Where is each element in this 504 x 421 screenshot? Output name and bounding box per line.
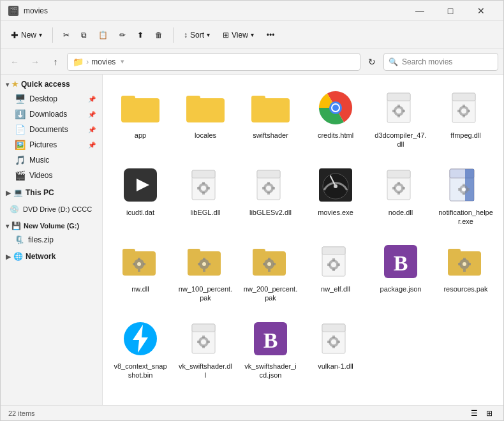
- list-item[interactable]: B package.json: [371, 236, 431, 308]
- svg-point-85: [267, 262, 271, 266]
- svg-rect-95: [332, 269, 335, 271]
- new-volume-header[interactable]: ▾ 💾 New Volume (G:): [1, 219, 102, 233]
- forward-button[interactable]: →: [26, 53, 44, 71]
- file-explorer-window: 🎬 movies — □ ✕ ✚ New ▾ ✂ ⧉ 📋 ✏: [0, 0, 504, 421]
- svg-rect-44: [272, 187, 275, 189]
- list-item[interactable]: vulkan-1.dll: [306, 313, 366, 385]
- list-item[interactable]: B vk_swiftshader_icd.json: [241, 313, 300, 385]
- svg-rect-53: [397, 182, 400, 184]
- new-volume-chevron: ▾: [6, 223, 9, 230]
- svg-rect-55: [392, 187, 395, 189]
- files-zip-label: files.zip: [28, 235, 54, 244]
- list-item[interactable]: node.dll: [371, 159, 431, 232]
- svg-rect-26: [468, 110, 470, 112]
- delete-button[interactable]: 🗑: [150, 28, 168, 42]
- address-bar: ← → ↑ 📁 › movies ▾ ↻ 🔍: [1, 49, 503, 75]
- sidebar-item-pictures[interactable]: 🖼️ Pictures 📌: [2, 137, 101, 152]
- svg-rect-83: [253, 249, 265, 255]
- address-chevron: ▾: [121, 57, 124, 66]
- list-item[interactable]: nw.dll: [110, 236, 170, 308]
- sidebar-item-music[interactable]: 🎵 Music: [2, 152, 101, 168]
- svg-rect-64: [458, 188, 461, 191]
- more-button[interactable]: •••: [262, 28, 280, 42]
- view-button[interactable]: ⊞ View ▾: [218, 28, 259, 42]
- address-input[interactable]: 📁 › movies ▾: [67, 53, 360, 71]
- cut-button[interactable]: ✂: [58, 28, 75, 42]
- sidebar-item-videos[interactable]: 🎬 Videos: [2, 168, 101, 183]
- list-item[interactable]: vk_swiftshader.dll: [175, 313, 235, 385]
- close-button[interactable]: ✕: [466, 1, 496, 21]
- share-button[interactable]: ⬆: [132, 28, 149, 42]
- copy-button[interactable]: ⧉: [76, 28, 92, 42]
- json-b2-icon: B: [250, 318, 291, 359]
- dll-icon: [315, 241, 356, 282]
- search-input[interactable]: [383, 53, 498, 71]
- sidebar-item-desktop[interactable]: 🖥️ Desktop 📌: [2, 91, 101, 107]
- quick-access-header[interactable]: ▾ ★ Quick access: [1, 77, 102, 91]
- this-pc-chevron: ▶: [6, 189, 11, 196]
- list-item[interactable]: nw_200_percent.pak: [241, 236, 300, 308]
- list-item[interactable]: movies.exe: [306, 159, 366, 232]
- search-wrap: 🔍: [383, 53, 498, 71]
- main-area: ▾ ★ Quick access 🖥️ Desktop 📌 ⬇️ Downloa…: [1, 75, 503, 405]
- sidebar-item-downloads[interactable]: ⬇️ Downloads 📌: [2, 107, 101, 122]
- sidebar: ▾ ★ Quick access 🖥️ Desktop 📌 ⬇️ Downloa…: [1, 75, 103, 405]
- list-item[interactable]: credits.html: [306, 82, 366, 154]
- this-pc-header[interactable]: ▶ 💻 This PC: [1, 186, 102, 200]
- list-item[interactable]: d3dcompiler_47.dll: [371, 82, 431, 154]
- svg-rect-54: [397, 192, 400, 195]
- sidebar-item-pictures-label: Pictures: [29, 140, 57, 149]
- list-item[interactable]: locales: [175, 82, 235, 154]
- svg-rect-20: [452, 93, 475, 101]
- list-item[interactable]: swiftshader: [241, 82, 300, 154]
- new-volume-label: New Volume (G:): [24, 222, 79, 230]
- file-name: movies.exe: [318, 208, 353, 217]
- svg-point-61: [462, 188, 466, 191]
- sidebar-item-dvd[interactable]: 💿 DVD Drive (D:) CCCC: [2, 202, 101, 216]
- pictures-icon: 🖼️: [15, 140, 26, 150]
- svg-rect-38: [257, 170, 280, 178]
- list-view-button[interactable]: ☰: [468, 407, 480, 420]
- window-title: movies: [24, 6, 400, 15]
- pak-folder-icon: [445, 241, 486, 282]
- svg-rect-107: [468, 263, 471, 265]
- refresh-button[interactable]: ↻: [363, 53, 381, 71]
- list-item[interactable]: libGLESv2.dll: [241, 159, 300, 232]
- list-item[interactable]: notification_helper.exe: [436, 159, 496, 232]
- up-button[interactable]: ↑: [47, 53, 64, 71]
- svg-rect-50: [387, 170, 410, 178]
- list-item[interactable]: app: [110, 82, 170, 154]
- sidebar-item-documents[interactable]: 📄 Documents 📌: [2, 122, 101, 137]
- list-item[interactable]: icudtl.dat: [110, 159, 170, 232]
- maximize-button[interactable]: □: [436, 1, 465, 21]
- sidebar-item-files-zip[interactable]: 🗜️ files.zip: [2, 233, 101, 247]
- list-item[interactable]: libEGL.dll: [175, 159, 235, 232]
- new-button[interactable]: ✚ New ▾: [6, 27, 47, 43]
- file-name: app: [135, 131, 146, 140]
- back-button[interactable]: ←: [6, 53, 24, 71]
- rename-button[interactable]: ✏: [114, 28, 131, 42]
- svg-rect-1: [121, 96, 135, 102]
- list-item[interactable]: v8_context_snapshot.bin: [110, 313, 170, 385]
- svg-rect-125: [332, 346, 335, 348]
- paste-button[interactable]: 📋: [93, 28, 113, 42]
- list-item[interactable]: ffmpeg.dll: [436, 82, 496, 154]
- svg-point-40: [266, 186, 271, 191]
- chrome-icon: [315, 87, 356, 128]
- svg-rect-96: [327, 263, 330, 266]
- file-name: nw_elf.dll: [321, 284, 350, 293]
- list-item[interactable]: nw_elf.dll: [306, 236, 366, 308]
- grid-view-button[interactable]: ⊞: [483, 407, 496, 420]
- list-item[interactable]: nw_100_percent.pak: [175, 236, 235, 308]
- svg-rect-56: [403, 187, 405, 189]
- sort-button[interactable]: ↕ Sort ▾: [179, 28, 215, 42]
- svg-rect-63: [463, 193, 465, 195]
- svg-point-14: [396, 108, 401, 114]
- list-item[interactable]: resources.pak: [436, 236, 496, 308]
- svg-text:B: B: [394, 251, 408, 275]
- file-name: notification_helper.exe: [438, 208, 493, 226]
- svg-point-22: [461, 108, 466, 114]
- network-header[interactable]: ▶ 🌐 Network: [1, 249, 102, 263]
- svg-rect-81: [208, 263, 211, 265]
- minimize-button[interactable]: —: [405, 1, 434, 21]
